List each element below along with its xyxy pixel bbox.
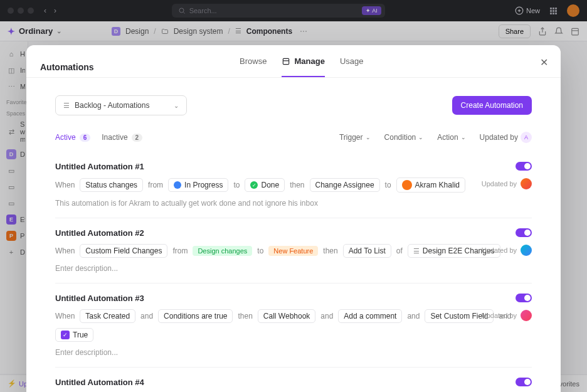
automation-row[interactable]: Untitled Automation #1 When Status chang…: [55, 152, 532, 218]
chevron-down-icon: ⌄: [174, 102, 179, 109]
filter-active[interactable]: Active6: [55, 133, 90, 142]
trigger-token[interactable]: Status changes: [80, 178, 143, 192]
automation-title: Untitled Automation #1: [55, 162, 532, 171]
trigger-token[interactable]: Custom Field Changes: [80, 244, 167, 258]
cf-value[interactable]: ✓True: [55, 328, 93, 342]
assignee-token[interactable]: Akram Khalid: [396, 177, 465, 193]
status-to[interactable]: ✓Done: [245, 178, 285, 192]
automation-row[interactable]: Untitled Automation #4 When Status chang…: [55, 368, 532, 392]
automation-title: Untitled Automation #4: [55, 378, 532, 387]
automation-description[interactable]: This automation is for Akram to actually…: [55, 199, 532, 208]
status-dot-icon: ✓: [250, 181, 258, 189]
automation-toggle[interactable]: [516, 228, 532, 237]
automation-rule: When Status changes from In Progress to …: [55, 177, 532, 193]
field-to[interactable]: New Feature: [268, 246, 318, 256]
automation-toggle[interactable]: [516, 294, 532, 302]
trigger-filter[interactable]: Trigger⌄: [339, 133, 371, 142]
avatar-icon: [521, 178, 532, 189]
action-filter[interactable]: Action⌄: [437, 133, 465, 142]
automation-row[interactable]: Untitled Automation #2 When Custom Field…: [55, 218, 532, 283]
automation-title: Untitled Automation #3: [55, 294, 532, 303]
automation-rule: When Task Created and Conditions are tru…: [55, 309, 532, 342]
modal-tabs: Browse Manage Usage: [240, 56, 363, 77]
action-token[interactable]: Add a comment: [338, 309, 402, 323]
avatar-icon: [521, 245, 532, 256]
automation-toggle[interactable]: [516, 378, 532, 386]
manage-icon: [282, 57, 290, 66]
updated-by: Updated by: [482, 245, 532, 256]
location-selector[interactable]: ☰Backlog - Automations ⌄: [55, 95, 187, 115]
field-from[interactable]: Design changes: [193, 246, 252, 256]
tab-browse[interactable]: Browse: [240, 56, 267, 77]
automations-modal: Automations Browse Manage Usage ✕ ☰Backl…: [26, 45, 561, 392]
all-avatar-icon: A: [521, 132, 532, 143]
action-token[interactable]: Call Webhook: [258, 309, 315, 323]
automation-title: Untitled Automation #2: [55, 228, 532, 238]
automation-rule: When Custom Field Changes from Design ch…: [55, 244, 532, 258]
modal-overlay: Automations Browse Manage Usage ✕ ☰Backl…: [0, 0, 587, 392]
automation-description[interactable]: Enter description...: [55, 348, 532, 357]
action-token[interactable]: Change Assignee: [310, 178, 380, 192]
modal-title: Automations: [40, 62, 94, 72]
tab-manage[interactable]: Manage: [282, 56, 324, 77]
filter-inactive[interactable]: Inactive2: [102, 133, 142, 142]
status-from[interactable]: In Progress: [168, 178, 228, 192]
avatar-icon: [521, 310, 532, 321]
create-automation-button[interactable]: Create Automation: [452, 96, 532, 115]
updated-by: Updated by: [482, 178, 532, 189]
action-token[interactable]: Add To List: [343, 244, 391, 258]
tab-usage[interactable]: Usage: [340, 56, 364, 77]
list-icon: ☰: [413, 247, 420, 255]
list-icon: ☰: [63, 102, 70, 110]
automation-toggle[interactable]: [516, 162, 532, 171]
checkbox-icon: ✓: [61, 331, 70, 339]
automation-description[interactable]: Enter description...: [55, 264, 532, 273]
condition-filter[interactable]: Condition⌄: [384, 133, 424, 142]
updatedby-filter[interactable]: Updated byA: [480, 132, 532, 143]
trigger-token[interactable]: Task Created: [80, 309, 135, 323]
condition-token[interactable]: Conditions are true: [158, 309, 233, 323]
status-dot-icon: [174, 181, 181, 189]
updated-by: Updated by: [482, 310, 532, 321]
close-button[interactable]: ✕: [540, 56, 548, 68]
automation-row[interactable]: Untitled Automation #3 When Task Created…: [55, 283, 532, 368]
svg-rect-8: [283, 58, 289, 64]
avatar-icon: [402, 180, 412, 190]
